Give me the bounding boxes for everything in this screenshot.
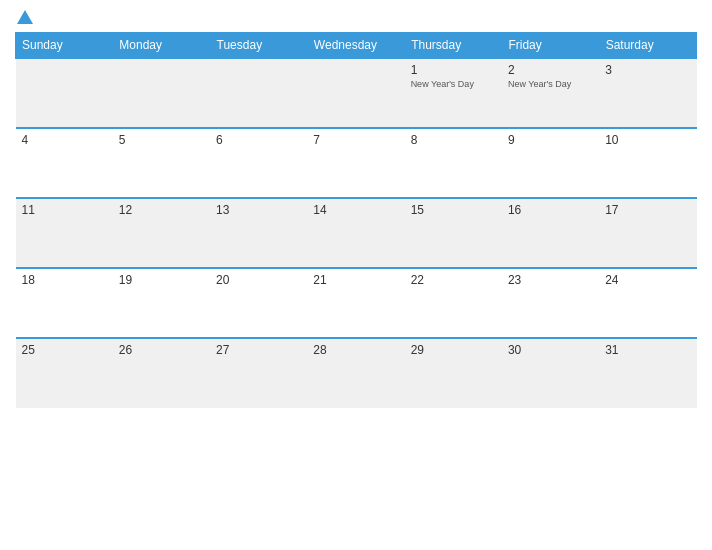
calendar-cell: 7: [307, 128, 404, 198]
day-number: 1: [411, 63, 496, 77]
calendar-week-row: 18192021222324: [16, 268, 697, 338]
holiday-label: New Year's Day: [411, 79, 496, 89]
day-number: 7: [313, 133, 398, 147]
calendar-cell: 13: [210, 198, 307, 268]
calendar-cell: 28: [307, 338, 404, 408]
logo-triangle-icon: [17, 10, 33, 24]
day-number: 8: [411, 133, 496, 147]
day-header-tuesday: Tuesday: [210, 33, 307, 59]
day-number: 9: [508, 133, 593, 147]
calendar-cell: 4: [16, 128, 113, 198]
calendar-cell: 23: [502, 268, 599, 338]
calendar-cell: 6: [210, 128, 307, 198]
calendar-cell: 25: [16, 338, 113, 408]
day-number: 15: [411, 203, 496, 217]
day-number: 25: [22, 343, 107, 357]
day-header-monday: Monday: [113, 33, 210, 59]
calendar-cell: 16: [502, 198, 599, 268]
calendar-cell: 9: [502, 128, 599, 198]
calendar-cell: 24: [599, 268, 696, 338]
day-header-friday: Friday: [502, 33, 599, 59]
day-number: 23: [508, 273, 593, 287]
day-number: 10: [605, 133, 690, 147]
calendar-cell: 2New Year's Day: [502, 58, 599, 128]
calendar-cell: 15: [405, 198, 502, 268]
calendar-cell: 31: [599, 338, 696, 408]
header: [15, 10, 697, 26]
day-number: 14: [313, 203, 398, 217]
calendar-cell: 8: [405, 128, 502, 198]
calendar-week-row: 25262728293031: [16, 338, 697, 408]
logo: [15, 10, 33, 26]
calendar-cell: [113, 58, 210, 128]
calendar-cell: [16, 58, 113, 128]
calendar-cell: 27: [210, 338, 307, 408]
calendar-cell: 22: [405, 268, 502, 338]
day-header-sunday: Sunday: [16, 33, 113, 59]
day-number: 6: [216, 133, 301, 147]
calendar-cell: 10: [599, 128, 696, 198]
calendar-cell: 11: [16, 198, 113, 268]
day-number: 31: [605, 343, 690, 357]
day-header-wednesday: Wednesday: [307, 33, 404, 59]
day-number: 24: [605, 273, 690, 287]
day-header-thursday: Thursday: [405, 33, 502, 59]
calendar-cell: 21: [307, 268, 404, 338]
day-number: 19: [119, 273, 204, 287]
calendar-cell: 18: [16, 268, 113, 338]
calendar-cell: [210, 58, 307, 128]
day-number: 21: [313, 273, 398, 287]
holiday-label: New Year's Day: [508, 79, 593, 89]
day-number: 17: [605, 203, 690, 217]
calendar-cell: 1New Year's Day: [405, 58, 502, 128]
day-number: 3: [605, 63, 690, 77]
calendar-cell: 12: [113, 198, 210, 268]
day-number: 13: [216, 203, 301, 217]
calendar-cell: 30: [502, 338, 599, 408]
calendar-table: SundayMondayTuesdayWednesdayThursdayFrid…: [15, 32, 697, 408]
calendar-week-row: 1New Year's Day2New Year's Day3: [16, 58, 697, 128]
calendar-cell: 17: [599, 198, 696, 268]
day-number: 22: [411, 273, 496, 287]
page: SundayMondayTuesdayWednesdayThursdayFrid…: [0, 0, 712, 550]
calendar-header-row: SundayMondayTuesdayWednesdayThursdayFrid…: [16, 33, 697, 59]
day-number: 28: [313, 343, 398, 357]
day-number: 11: [22, 203, 107, 217]
day-number: 12: [119, 203, 204, 217]
calendar-cell: 19: [113, 268, 210, 338]
day-number: 26: [119, 343, 204, 357]
calendar-cell: 3: [599, 58, 696, 128]
day-number: 29: [411, 343, 496, 357]
calendar-cell: 26: [113, 338, 210, 408]
day-number: 5: [119, 133, 204, 147]
day-number: 27: [216, 343, 301, 357]
calendar-cell: 14: [307, 198, 404, 268]
day-number: 20: [216, 273, 301, 287]
calendar-cell: 20: [210, 268, 307, 338]
calendar-cell: [307, 58, 404, 128]
day-number: 16: [508, 203, 593, 217]
day-number: 30: [508, 343, 593, 357]
calendar-cell: 29: [405, 338, 502, 408]
day-number: 4: [22, 133, 107, 147]
calendar-week-row: 11121314151617: [16, 198, 697, 268]
day-number: 18: [22, 273, 107, 287]
day-number: 2: [508, 63, 593, 77]
day-header-saturday: Saturday: [599, 33, 696, 59]
calendar-week-row: 45678910: [16, 128, 697, 198]
calendar-cell: 5: [113, 128, 210, 198]
